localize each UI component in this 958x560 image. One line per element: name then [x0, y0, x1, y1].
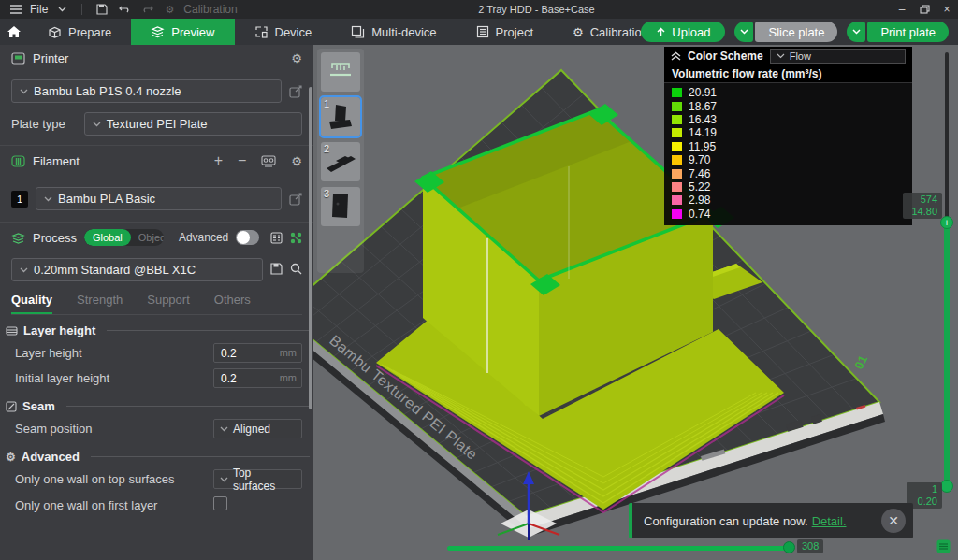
move-slider-track[interactable] — [447, 546, 790, 551]
process-title: Process — [33, 231, 77, 245]
move-slider-handle[interactable] — [783, 541, 795, 553]
chevron-down-icon — [20, 89, 28, 94]
filament-title: Filament — [33, 154, 80, 168]
tab-project[interactable]: Project — [457, 19, 553, 45]
ams-icon[interactable] — [261, 155, 276, 167]
restore-button[interactable] — [913, 0, 936, 19]
legend-subtitle: Volumetric flow rate (mm³/s) — [664, 65, 912, 83]
file-menu[interactable]: File — [30, 3, 48, 16]
legend-swatch — [672, 128, 682, 137]
project-icon — [476, 25, 489, 38]
plate-thumbnail-1[interactable]: 1 — [321, 97, 360, 136]
slice-dropdown-button[interactable] — [734, 22, 753, 42]
legend-entry: 0.74 — [672, 208, 905, 221]
process-list-icon[interactable] — [270, 232, 283, 244]
tab-support[interactable]: Support — [147, 291, 190, 314]
calibration-gear-icon[interactable]: ⚙ — [161, 2, 178, 17]
plate-type-select[interactable]: Textured PEI Plate — [84, 112, 302, 136]
toast-detail-link[interactable]: Detail. — [812, 514, 847, 528]
legend-entries: 20.9118.6716.4314.1911.959.707.465.222.9… — [664, 83, 912, 225]
3d-viewport[interactable]: Bambu Textured PEI Plate 01 — [313, 45, 958, 560]
tab-others[interactable]: Others — [214, 291, 251, 314]
legend-swatch — [672, 115, 682, 124]
layer-height-group-header: Layer height — [6, 323, 310, 337]
layer-slider-range[interactable] — [944, 223, 950, 486]
filament-preset-select[interactable]: Bambu PLA Basic — [36, 187, 282, 210]
scope-objects[interactable]: Objects — [131, 229, 164, 246]
print-dropdown-button[interactable] — [847, 22, 865, 42]
printer-preset-select[interactable]: Bambu Lab P1S 0.4 nozzle — [11, 79, 282, 103]
legend-swatch — [672, 169, 682, 179]
tab-strength[interactable]: Strength — [77, 291, 123, 314]
print-plate-button[interactable]: Print plate — [867, 22, 949, 42]
tab-multi-device[interactable]: Multi-device — [331, 19, 456, 45]
legend-value: 14.19 — [689, 126, 717, 139]
legend-value: 2.98 — [689, 194, 710, 207]
edit-filament-icon[interactable] — [289, 193, 302, 206]
divider — [81, 4, 82, 15]
add-filament-button[interactable]: + — [214, 152, 223, 169]
collapse-icon[interactable] — [671, 51, 681, 61]
chevron-down-icon[interactable] — [53, 2, 70, 17]
plate-thumbnail-3[interactable]: 3 — [321, 187, 360, 226]
legend-entry: 11.95 — [672, 140, 905, 153]
chevron-down-icon — [740, 29, 748, 35]
tab-preview[interactable]: Preview — [131, 19, 234, 45]
tab-device[interactable]: Device — [235, 19, 332, 45]
hamburger-menu-icon[interactable] — [7, 2, 24, 17]
plate-number: 1 — [324, 98, 329, 109]
edit-printer-icon[interactable] — [289, 85, 302, 98]
legend-value: 20.91 — [689, 86, 717, 99]
layer-top-badge: 574 14.80 — [903, 193, 942, 219]
layer-slider-track-upper[interactable] — [945, 52, 949, 221]
prepare-icon — [48, 25, 62, 38]
plate-number-label: 01 — [851, 353, 870, 372]
preset-save-icon[interactable] — [270, 262, 283, 279]
device-icon — [254, 25, 269, 38]
filament-settings-gear-icon[interactable]: ⚙ — [291, 154, 302, 168]
only-one-wall-top-select[interactable]: Top surfaces — [213, 469, 302, 489]
redo-icon[interactable] — [138, 2, 155, 17]
process-scope-toggle[interactable]: Global Objects — [84, 229, 164, 246]
printer-settings-gear-icon[interactable]: ⚙ — [291, 51, 302, 65]
plate-number: 3 — [324, 188, 329, 199]
home-button[interactable] — [0, 19, 28, 45]
close-button[interactable]: × — [936, 0, 958, 19]
slice-plate-button[interactable]: Slice plate — [755, 22, 837, 42]
upload-button[interactable]: Upload — [641, 22, 725, 42]
legend-entry: 18.67 — [672, 99, 905, 112]
legend-entry: 7.46 — [672, 166, 905, 179]
toolbar-calibration-label[interactable]: Calibration — [183, 3, 237, 16]
plate-thumbnail-2[interactable]: 2 — [321, 142, 360, 181]
scope-global[interactable]: Global — [84, 229, 131, 246]
setting-label: Seam position — [15, 422, 213, 436]
layers-icon[interactable] — [936, 539, 951, 553]
sidebar-scrollbar[interactable] — [309, 87, 312, 409]
minimize-button[interactable]: – — [891, 0, 913, 19]
upload-icon — [656, 26, 666, 37]
printer-icon — [11, 52, 25, 65]
chevron-down-icon — [20, 267, 28, 273]
process-preset-select[interactable]: 0.20mm Standard @BBL X1C — [11, 258, 263, 281]
toast-close-button[interactable]: ✕ — [881, 509, 906, 533]
save-icon[interactable] — [94, 2, 110, 17]
only-one-wall-first-layer-checkbox[interactable] — [213, 496, 227, 510]
legend-swatch — [672, 195, 682, 205]
multi-device-icon — [351, 25, 365, 38]
legend-entry: 2.98 — [672, 194, 905, 207]
objects-table-icon[interactable] — [290, 232, 302, 244]
preset-search-icon[interactable] — [290, 262, 302, 279]
remove-filament-button[interactable]: − — [238, 152, 246, 169]
layer-slider-bottom-handle[interactable] — [940, 480, 953, 493]
undo-icon[interactable] — [116, 2, 133, 17]
all-plates-button[interactable] — [321, 52, 360, 92]
tab-prepare[interactable]: Prepare — [28, 19, 131, 45]
layer-slider-top-handle[interactable]: + — [940, 216, 953, 229]
color-scheme-select[interactable]: Flow — [770, 49, 906, 64]
legend-value: 5.22 — [689, 180, 710, 194]
seam-position-select[interactable]: Aligned — [213, 419, 302, 438]
legend-value: 7.46 — [689, 167, 710, 180]
tab-quality[interactable]: Quality — [11, 291, 52, 314]
advanced-toggle[interactable] — [236, 230, 259, 245]
toast-message: Configuration can update now. — [644, 514, 808, 528]
